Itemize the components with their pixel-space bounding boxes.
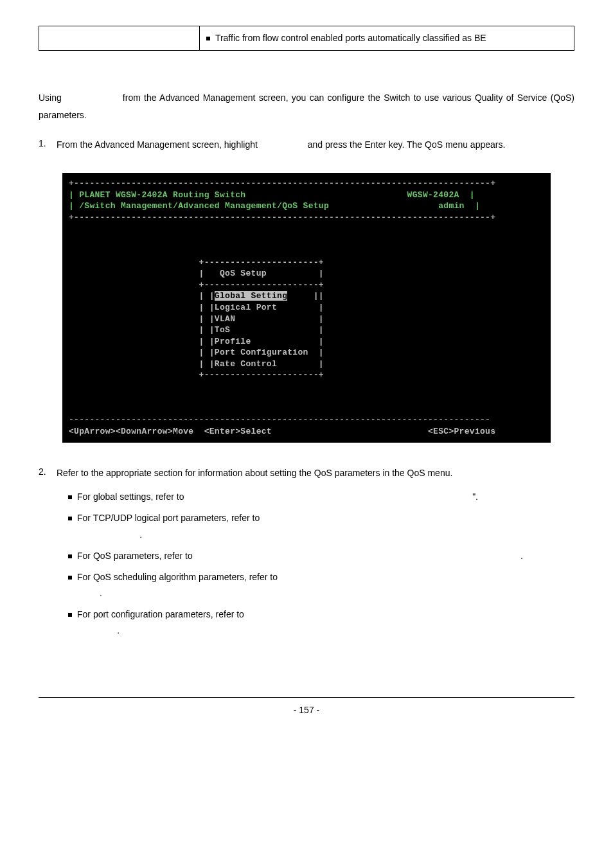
bullet-tcpudp-text: For TCP/UDP logical port parameters, ref… — [77, 510, 260, 542]
b3a: For QoS parameters, refer to — [77, 548, 193, 564]
bullet-dot-icon — [68, 517, 72, 520]
term-box-sep: +----------------------+ — [69, 280, 324, 290]
bullet-dot-icon — [68, 613, 72, 617]
intro-using: Using — [39, 93, 62, 103]
term-portcfg: | |Port Configuration | — [69, 348, 324, 357]
bullet-portcfg-text: For port configuration parameters, refer… — [77, 607, 244, 639]
b5b: . — [117, 625, 120, 635]
step-2-body: Refer to the appropriate section for inf… — [57, 468, 452, 478]
term-hdr2: | /Switch Management/Advanced Management… — [69, 201, 329, 211]
step-2: 2. Refer to the appropriate section for … — [39, 465, 574, 482]
term-g1a: | | — [69, 291, 215, 301]
bullet-sched: For QoS scheduling algorithm parameters,… — [68, 569, 574, 601]
step-1-line1a: From the Advanced Management screen, hig… — [57, 139, 258, 150]
note-right-cell: Traffic from flow control enabled ports … — [199, 26, 574, 51]
step-2-number: 2. — [39, 465, 57, 482]
term-nav: <UpArrow><DownArrow>Move <Enter>Select <… — [69, 427, 495, 436]
term-rate: | |Rate Control | — [69, 359, 324, 369]
term-logical: | |Logical Port | — [69, 303, 324, 312]
b2a: For TCP/UDP logical port parameters, ref… — [77, 513, 260, 523]
page-number: - 157 - — [294, 705, 319, 715]
bullet-dot-icon — [206, 37, 210, 40]
term-global-setting: Global Setting — [215, 291, 287, 301]
b3b: . — [520, 548, 574, 564]
term-box-end: +----------------------+ — [69, 370, 324, 380]
step-1: 1. From the Advanced Management screen, … — [39, 136, 574, 154]
b4a: For QoS scheduling algorithm parameters,… — [77, 572, 278, 582]
b1a: For global settings, refer to — [77, 489, 184, 505]
step-1-line2: menu appears. — [445, 139, 505, 150]
term-top-rule: +---------------------------------------… — [69, 179, 495, 188]
bullet-portcfg: For port configuration parameters, refer… — [68, 607, 574, 639]
term-box-title: | QoS Setup | — [69, 269, 324, 278]
term-vlan: | |VLAN | — [69, 314, 324, 324]
intro-body: from the Advanced Management screen, you… — [39, 93, 574, 120]
step-1-text: From the Advanced Management screen, hig… — [57, 136, 574, 154]
bullet-global-text: For global settings, refer to ". — [77, 489, 574, 505]
term-hdr1: | PLANET WGSW-2402A Routing Switch — [69, 190, 245, 200]
note-table: Traffic from flow control enabled ports … — [39, 26, 574, 51]
bullet-global: For global settings, refer to ". — [68, 489, 574, 505]
note-left-cell — [39, 26, 200, 51]
step-1-number: 1. — [39, 136, 57, 154]
bullet-dot-icon — [68, 495, 72, 499]
bullet-dot-icon — [68, 554, 72, 558]
term-bottom-rule: ----------------------------------------… — [69, 415, 490, 425]
term-g1c: || — [287, 291, 324, 301]
term-mid-rule: +---------------------------------------… — [69, 213, 495, 222]
terminal-content: +---------------------------------------… — [62, 173, 551, 443]
b4b: . — [100, 588, 102, 598]
note-bullet-line: Traffic from flow control enabled ports … — [206, 30, 567, 46]
b2b: . — [139, 529, 142, 540]
terminal-screenshot: +---------------------------------------… — [39, 173, 574, 443]
term-profile: | |Profile | — [69, 337, 324, 346]
b1b: ". — [472, 489, 574, 505]
term-box-top: +----------------------+ — [69, 258, 324, 267]
bullet-qos: For QoS parameters, refer to . — [68, 548, 574, 564]
intro-paragraph: Using from the Advanced Management scree… — [39, 89, 574, 123]
step-1-line1b: and press the Enter key. The QoS — [308, 139, 443, 150]
step-2-text: Refer to the appropriate section for inf… — [57, 465, 574, 482]
bullet-qos-text: For QoS parameters, refer to . — [77, 548, 574, 564]
b5a: For port configuration parameters, refer… — [77, 609, 244, 619]
bullet-sched-text: For QoS scheduling algorithm parameters,… — [77, 569, 278, 601]
term-hdr2r: admin | — [438, 201, 480, 211]
bullet-dot-icon — [68, 576, 72, 580]
step-2-bullets: For global settings, refer to ". For TCP… — [68, 489, 574, 639]
note-text: Traffic from flow control enabled ports … — [215, 30, 486, 46]
term-tos: | |ToS | — [69, 325, 324, 335]
page-footer: - 157 - — [39, 697, 574, 717]
term-hdr1r: WGSW-2402A | — [407, 190, 475, 200]
bullet-tcpudp: For TCP/UDP logical port parameters, ref… — [68, 510, 574, 542]
